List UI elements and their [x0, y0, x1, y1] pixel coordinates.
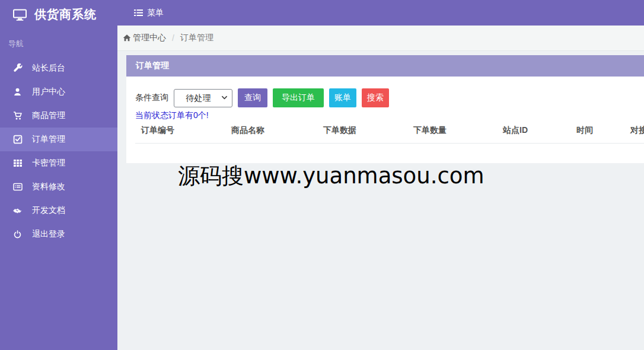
sidebar-item-products[interactable]: 商品管理 — [0, 104, 117, 128]
sidebar-item-label: 资料修改 — [32, 182, 65, 192]
sidebar-item-user-center[interactable]: 用户中心 — [0, 80, 117, 104]
status-filter-select[interactable]: 待处理 — [174, 89, 232, 107]
column-header-time: 时间 — [576, 125, 630, 136]
orders-table-header: 订单编号 商品名称 下单数据 下单数量 站点ID 时间 对接 — [135, 125, 644, 144]
order-status-count: 当前状态订单有0个! — [135, 110, 644, 120]
filter-row: 条件查询 待处理 查询 导出订单 账单 搜索 — [135, 88, 644, 107]
check-square-icon — [12, 135, 23, 144]
breadcrumb-current: 订单管理 — [180, 33, 213, 43]
column-header-order-id: 订单编号 — [141, 125, 231, 136]
bill-button[interactable]: 账单 — [329, 88, 356, 107]
export-orders-button[interactable]: 导出订单 — [273, 88, 324, 107]
nav-section-label: 导航 — [0, 23, 117, 56]
breadcrumb: 管理中心 / 订单管理 — [117, 26, 644, 51]
handshake-icon — [12, 206, 23, 215]
column-header-dock: 对接 — [630, 125, 644, 136]
sidebar-item-profile-edit[interactable]: 资料修改 — [0, 175, 117, 199]
sidebar-item-logout[interactable]: 退出登录 — [0, 222, 117, 246]
wrench-icon — [12, 63, 23, 73]
sidebar-item-label: 用户中心 — [32, 87, 65, 97]
sidebar-item-label: 卡密管理 — [32, 158, 65, 168]
status-filter: 待处理 — [174, 89, 232, 107]
breadcrumb-separator: / — [172, 33, 174, 43]
list-alt-icon — [12, 182, 23, 192]
topbar: 菜单 — [117, 0, 644, 26]
menu-label: 菜单 — [147, 8, 164, 18]
empty-table-body — [135, 144, 644, 163]
monitor-icon — [13, 9, 27, 21]
sidebar-item-label: 站长后台 — [32, 63, 65, 74]
column-header-site-id: 站点ID — [503, 125, 576, 136]
column-header-order-data: 下单数据 — [323, 125, 413, 136]
watermark-text: 源码搜www.yuanmasou.com — [178, 161, 484, 191]
panel-title: 订单管理 — [126, 55, 644, 77]
user-icon — [12, 87, 23, 97]
sidebar-item-label: 商品管理 — [32, 110, 65, 121]
orders-panel: 订单管理 条件查询 待处理 查询 导出订单 账单 搜索 当前状态订单有0个! 订… — [126, 55, 644, 163]
sidebar-item-label: 开发文档 — [32, 205, 65, 216]
sidebar-item-orders[interactable]: 订单管理 — [0, 128, 117, 151]
app-title: 供货商系统 — [34, 7, 97, 23]
sidebar-item-label: 订单管理 — [32, 134, 65, 145]
sidebar-item-card-keys[interactable]: 卡密管理 — [0, 151, 117, 175]
menu-toggle-button[interactable]: 菜单 — [134, 8, 164, 18]
search-button[interactable]: 搜索 — [362, 88, 389, 107]
panel-body: 条件查询 待处理 查询 导出订单 账单 搜索 当前状态订单有0个! 订单编号 商… — [126, 77, 644, 163]
sidebar-item-dev-docs[interactable]: 开发文档 — [0, 199, 117, 222]
query-button[interactable]: 查询 — [238, 88, 267, 107]
menu-icon — [134, 9, 143, 17]
filter-label: 条件查询 — [135, 93, 168, 103]
breadcrumb-home[interactable]: 管理中心 — [133, 33, 166, 43]
sidebar: 供货商系统 导航 站长后台 用户中心 商品管理 — [0, 0, 117, 350]
column-header-product-name: 商品名称 — [231, 125, 323, 136]
cart-icon — [12, 111, 23, 120]
sidebar-item-label: 退出登录 — [32, 229, 65, 240]
app-brand: 供货商系统 — [0, 0, 117, 23]
column-header-order-qty: 下单数量 — [413, 125, 503, 136]
home-icon — [123, 34, 131, 42]
grid-icon — [12, 158, 23, 168]
sidebar-item-webmaster[interactable]: 站长后台 — [0, 56, 117, 80]
power-icon — [12, 230, 23, 239]
